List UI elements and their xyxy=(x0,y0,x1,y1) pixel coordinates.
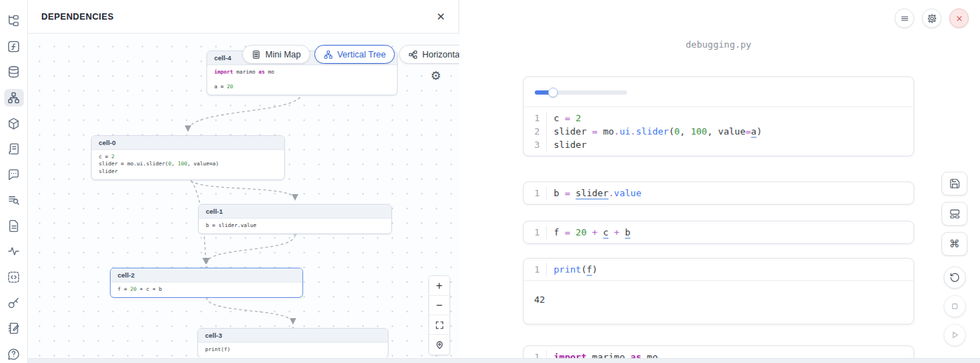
code-token xyxy=(587,227,592,238)
code-token: . xyxy=(614,126,620,137)
code-token: = xyxy=(746,126,751,137)
code-token: value xyxy=(614,188,641,198)
locate-button[interactable] xyxy=(429,335,449,355)
cell-editor[interactable]: 1b = slider.value xyxy=(524,182,913,204)
packages-icon xyxy=(7,117,20,130)
code-token: + xyxy=(592,227,598,238)
sidebar-item-snippets[interactable] xyxy=(4,268,24,287)
graph-node-cell-3[interactable]: cell-3print(f) xyxy=(197,328,388,357)
sidebar-item-file-explorer[interactable] xyxy=(4,12,24,30)
view-button-label: Mini Map xyxy=(265,50,301,60)
sidebar-item-documentation[interactable] xyxy=(4,217,24,235)
code-line: 3slider xyxy=(524,138,913,151)
graph-node-code: c = 2slider = mo.ui.slider(0, 100, value… xyxy=(92,150,284,179)
bottom-scrollbar-track[interactable] xyxy=(28,358,980,363)
function-icon xyxy=(7,40,20,53)
stop-icon xyxy=(949,301,960,312)
undo-icon xyxy=(949,272,960,283)
code-token: , value=a) xyxy=(187,160,218,167)
code-token xyxy=(620,227,625,238)
sidebar-item-secrets[interactable] xyxy=(4,294,24,312)
code-token: f xyxy=(587,264,592,275)
code-token: a xyxy=(751,126,757,137)
settings-button[interactable] xyxy=(922,8,941,28)
line-number: 2 xyxy=(524,125,547,138)
notebook-cell[interactable]: 1print(f)42 xyxy=(523,258,914,324)
graph-code-line: import marimo as mo xyxy=(214,69,390,76)
graph-node-title: cell-0 xyxy=(92,136,284,150)
locate-icon xyxy=(435,340,444,350)
code-token: f xyxy=(554,227,565,238)
graph-node-cell-1[interactable]: cell-1b = slider.value xyxy=(198,204,392,234)
shutdown-button[interactable] xyxy=(949,8,969,28)
slider-thumb[interactable] xyxy=(548,88,558,97)
line-number: 3 xyxy=(524,138,547,151)
sidebar-item-scratchpad[interactable] xyxy=(4,140,24,158)
app-layout-button[interactable] xyxy=(941,202,967,226)
file-explorer-icon xyxy=(7,14,20,27)
view-button-htree[interactable]: Horizontal Tree xyxy=(399,45,459,64)
graph-node-code: import marimo as mo a = 20 xyxy=(207,65,397,95)
slider-widget[interactable] xyxy=(535,88,627,97)
undo-button[interactable] xyxy=(944,266,966,289)
cell-editor[interactable]: 1f = 20 + c + b xyxy=(524,221,913,243)
code-line: 1b = slider.value xyxy=(524,186,913,200)
cell-output: 42 xyxy=(524,280,913,324)
graph-code-line: a = 20 xyxy=(214,83,390,90)
graph-node-cell-2[interactable]: cell-2f = 20 + c + b xyxy=(110,268,303,298)
code-token: 20 xyxy=(130,286,136,292)
graph-code-line xyxy=(214,76,390,83)
vtree-icon xyxy=(323,50,333,60)
close-panel-button[interactable]: ✕ xyxy=(436,11,445,22)
dependency-graph-canvas[interactable]: Mini MapVertical TreeHorizontal Tree ⚙ +… xyxy=(28,34,459,357)
sidebar-item-notebook[interactable] xyxy=(4,320,24,338)
graph-node-cell-0[interactable]: cell-0c = 2slider = mo.ui.slider(0, 100,… xyxy=(91,135,285,180)
shutdown-icon xyxy=(954,13,965,24)
sidebar-item-packages[interactable] xyxy=(4,114,24,132)
code-token: b = slider.value xyxy=(206,222,256,228)
code-token: a = xyxy=(214,83,227,90)
run-icon xyxy=(949,329,960,341)
scratchpad-icon xyxy=(7,142,20,156)
snippets-icon xyxy=(7,270,20,284)
zoom-in-button[interactable]: + xyxy=(429,276,449,296)
notebook-cell[interactable]: 1b = slider.value xyxy=(523,182,914,205)
sidebar-item-chat[interactable] xyxy=(4,165,24,184)
sidebar-item-function[interactable] xyxy=(4,38,24,56)
save-button[interactable] xyxy=(941,172,967,196)
view-button-minimap[interactable]: Mini Map xyxy=(242,45,310,64)
graph-view-switcher: Mini MapVertical TreeHorizontal Tree xyxy=(242,45,459,64)
line-code: f = 20 + c + b xyxy=(547,226,631,239)
notebook-cell[interactable]: 1f = 20 + c + b xyxy=(523,221,914,244)
sidebar-item-logs[interactable] xyxy=(4,191,24,210)
graph-settings-gear-icon[interactable]: ⚙ xyxy=(430,70,441,82)
cell-editor[interactable]: 1c = 22slider = mo.ui.slider(0, 100, val… xyxy=(524,107,913,156)
sidebar-item-datasources[interactable] xyxy=(4,63,24,81)
notebook-cell[interactable]: 1c = 22slider = mo.ui.slider(0, 100, val… xyxy=(523,76,914,156)
run-button[interactable] xyxy=(944,324,966,346)
menu-icon xyxy=(899,13,910,24)
view-button-vtree[interactable]: Vertical Tree xyxy=(314,45,395,64)
menu-button[interactable] xyxy=(895,8,914,28)
marimo-app: DEPENDENCIES ✕ xyxy=(0,0,980,363)
sidebar-item-tracing[interactable] xyxy=(4,242,24,261)
code-line: 1f = 20 + c + b xyxy=(524,226,913,239)
view-button-label: Horizontal Tree xyxy=(422,50,459,60)
code-token: as xyxy=(258,69,265,75)
sidebar-item-dependency-graph[interactable] xyxy=(4,89,24,107)
code-token: mo xyxy=(265,69,274,75)
line-code: b = slider.value xyxy=(547,186,641,200)
graph-node-code: print(f) xyxy=(198,343,388,357)
tracing-icon xyxy=(7,245,20,258)
cell-output xyxy=(524,77,913,107)
logs-icon xyxy=(7,193,20,207)
zoom-out-button[interactable]: − xyxy=(429,296,449,315)
minimap-icon xyxy=(251,50,261,60)
sidebar-item-help[interactable] xyxy=(4,345,24,363)
fit-view-button[interactable] xyxy=(429,315,449,335)
code-token: slider xyxy=(575,188,608,198)
keyboard-shortcuts-button[interactable]: ⌘ xyxy=(941,232,967,256)
stop-button[interactable] xyxy=(944,295,966,317)
cell-editor[interactable]: 1print(f) xyxy=(524,259,913,280)
code-token: slider xyxy=(99,168,118,174)
